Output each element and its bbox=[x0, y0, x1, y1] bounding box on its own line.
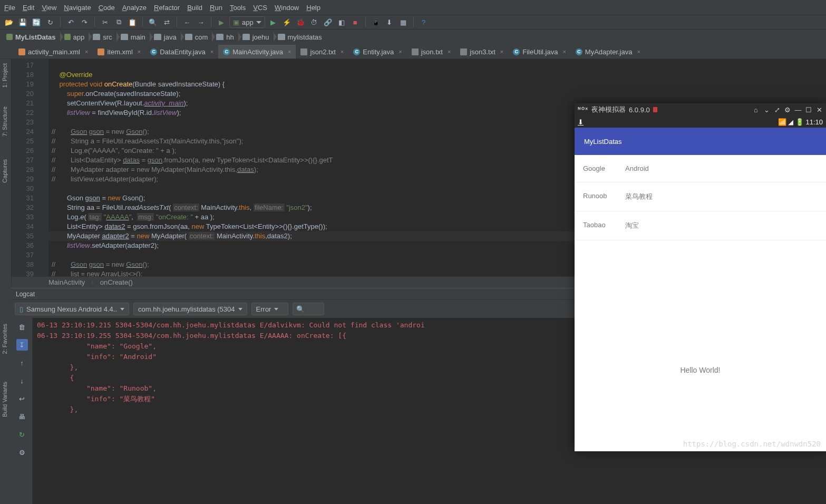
find-icon[interactable]: 🔍 bbox=[147, 16, 159, 28]
undo-icon[interactable]: ↶ bbox=[65, 16, 76, 28]
list-item[interactable]: Taobao淘宝 bbox=[575, 211, 826, 240]
redo-icon[interactable]: ↷ bbox=[79, 16, 90, 28]
device-selector[interactable]: ▯ Samsung Nexus Android 4.4.. bbox=[15, 303, 129, 315]
tab-json-txt[interactable]: json.txt× bbox=[407, 45, 456, 59]
home-icon[interactable]: ⌂ bbox=[752, 106, 760, 113]
tab-item-xml[interactable]: item.xml× bbox=[93, 45, 145, 59]
tab-json3-txt[interactable]: json3.txt× bbox=[455, 45, 508, 59]
maximize-icon[interactable]: ☐ bbox=[805, 106, 812, 113]
menu-window[interactable]: Window bbox=[275, 4, 299, 12]
tab-fileutil-java[interactable]: CFileUtil.java× bbox=[508, 45, 571, 59]
open-icon[interactable]: 📂 bbox=[3, 16, 15, 28]
menu-tools[interactable]: Tools bbox=[230, 4, 246, 12]
tab-structure[interactable]: 7: Structure bbox=[2, 106, 8, 137]
close-tab-icon[interactable]: × bbox=[448, 49, 451, 55]
close-tab-icon[interactable]: × bbox=[85, 49, 88, 55]
close-tab-icon[interactable]: × bbox=[562, 49, 566, 55]
replace-icon[interactable]: ⇄ bbox=[161, 16, 172, 28]
paste-icon[interactable]: 📋 bbox=[127, 16, 138, 28]
close-tab-icon[interactable]: × bbox=[341, 49, 344, 55]
menu-run[interactable]: Run bbox=[210, 4, 222, 12]
menu-build[interactable]: Build bbox=[187, 4, 202, 12]
app-list[interactable]: GoogleAndroidRunoob菜鸟教程Taobao淘宝 bbox=[575, 155, 826, 240]
debug-icon[interactable]: 🐞 bbox=[295, 16, 306, 28]
tab-json2-txt[interactable]: json2.txt× bbox=[296, 45, 348, 59]
gear-icon[interactable]: ⚙ bbox=[784, 106, 791, 113]
cut-icon[interactable]: ✂ bbox=[99, 16, 111, 28]
level-selector[interactable]: Error bbox=[251, 303, 288, 315]
menu-navigate[interactable]: Navigate bbox=[64, 4, 91, 12]
avd-icon[interactable]: 📱 bbox=[370, 16, 382, 28]
crumb-method[interactable]: onCreate() bbox=[100, 278, 133, 286]
list-item[interactable]: Runoob菜鸟教程 bbox=[575, 182, 826, 211]
crumb-joehu[interactable]: joehu bbox=[239, 31, 275, 43]
up-icon[interactable]: ↑ bbox=[16, 357, 28, 369]
chevron-down-icon[interactable]: ⌄ bbox=[763, 106, 770, 113]
crumb-mylistdatas[interactable]: mylistdatas bbox=[275, 31, 327, 43]
print-icon[interactable]: 🖶 bbox=[16, 411, 28, 422]
crumb-java[interactable]: java bbox=[151, 31, 182, 43]
flash-icon[interactable]: ⚡ bbox=[281, 16, 293, 28]
crumb-app[interactable]: app bbox=[61, 31, 90, 43]
stop-icon[interactable]: ■ bbox=[349, 16, 361, 28]
log-search[interactable]: 🔍 bbox=[293, 303, 324, 315]
settings-icon[interactable]: ⚙ bbox=[16, 447, 28, 458]
restart-icon[interactable]: ↻ bbox=[16, 429, 28, 440]
scroll-icon[interactable]: ↧ bbox=[16, 339, 28, 351]
menu-vcs[interactable]: VCS bbox=[253, 4, 267, 12]
close-icon[interactable]: ✕ bbox=[815, 106, 823, 113]
close-tab-icon[interactable]: × bbox=[637, 49, 640, 55]
menu-edit[interactable]: Edit bbox=[23, 4, 34, 12]
crumb-mylistdatas[interactable]: MyListDatas bbox=[3, 31, 61, 43]
coverage-icon[interactable]: ◧ bbox=[336, 16, 347, 28]
profile-icon[interactable]: ⏱ bbox=[308, 16, 320, 28]
menu-help[interactable]: Help bbox=[306, 4, 320, 12]
tab-myadapter-java[interactable]: CMyAdapter.java× bbox=[571, 45, 645, 59]
close-tab-icon[interactable]: × bbox=[210, 49, 213, 55]
process-selector[interactable]: com.hh.joehu.mylistdatas (5304 bbox=[133, 303, 247, 315]
down-icon[interactable]: ↓ bbox=[16, 375, 28, 386]
tab-entity-java[interactable]: CEntity.java× bbox=[348, 45, 406, 59]
tab-activity_main-xml[interactable]: activity_main.xml× bbox=[14, 45, 93, 59]
emulator-titlebar[interactable]: ᴺᴼˣ 夜神模拟器 6.0.9.0 ⌂ ⌄ ⤢ ⚙ — ☐ ✕ bbox=[575, 103, 826, 116]
menu-file[interactable]: File bbox=[4, 4, 15, 12]
layout-icon[interactable]: ▦ bbox=[397, 16, 409, 28]
close-tab-icon[interactable]: × bbox=[288, 49, 291, 55]
crumb-class[interactable]: MainActivity bbox=[48, 278, 85, 286]
close-tab-icon[interactable]: × bbox=[500, 49, 503, 55]
tab-favorites[interactable]: 2: Favorites bbox=[2, 324, 8, 354]
sdk-icon[interactable]: ⬇ bbox=[384, 16, 395, 28]
run-config-selector[interactable]: ▣ app bbox=[229, 16, 265, 28]
wrap-icon[interactable]: ↩ bbox=[16, 393, 28, 404]
save-icon[interactable]: 💾 bbox=[17, 16, 28, 28]
list-item[interactable]: GoogleAndroid bbox=[575, 155, 826, 182]
attach-icon[interactable]: 🔗 bbox=[322, 16, 334, 28]
forward-icon[interactable]: → bbox=[195, 16, 207, 28]
build-icon[interactable]: ▶ bbox=[216, 16, 227, 28]
menu-analyze[interactable]: Analyze bbox=[122, 4, 147, 12]
xml-icon bbox=[98, 49, 104, 55]
menu-code[interactable]: Code bbox=[99, 4, 115, 12]
trash-icon[interactable]: 🗑 bbox=[16, 321, 28, 333]
crumb-hh[interactable]: hh bbox=[213, 31, 239, 43]
menu-view[interactable]: View bbox=[42, 4, 56, 12]
minimize-icon[interactable]: — bbox=[794, 106, 802, 113]
refresh-icon[interactable]: ↻ bbox=[44, 16, 56, 28]
back-icon[interactable]: ← bbox=[181, 16, 193, 28]
run-icon[interactable]: ▶ bbox=[267, 16, 279, 28]
tab-captures[interactable]: Captures bbox=[2, 159, 8, 183]
copy-icon[interactable]: ⧉ bbox=[113, 16, 124, 28]
help-icon[interactable]: ? bbox=[418, 16, 430, 28]
tab-mainactivity-java[interactable]: CMainActivity.java× bbox=[218, 45, 296, 59]
crumb-com[interactable]: com bbox=[182, 31, 213, 43]
close-tab-icon[interactable]: × bbox=[399, 49, 402, 55]
crumb-src[interactable]: src bbox=[90, 31, 117, 43]
fullscreen-icon[interactable]: ⤢ bbox=[773, 106, 781, 113]
tab-project[interactable]: 1: Project bbox=[2, 63, 8, 88]
tab-build-variants[interactable]: Build Variants bbox=[2, 382, 8, 417]
tab-dataentity-java[interactable]: CDataEntity.java× bbox=[145, 45, 218, 59]
sync-icon[interactable]: 🔄 bbox=[31, 16, 42, 28]
crumb-main[interactable]: main bbox=[118, 31, 151, 43]
close-tab-icon[interactable]: × bbox=[138, 49, 141, 55]
menu-refactor[interactable]: Refactor bbox=[154, 4, 180, 12]
